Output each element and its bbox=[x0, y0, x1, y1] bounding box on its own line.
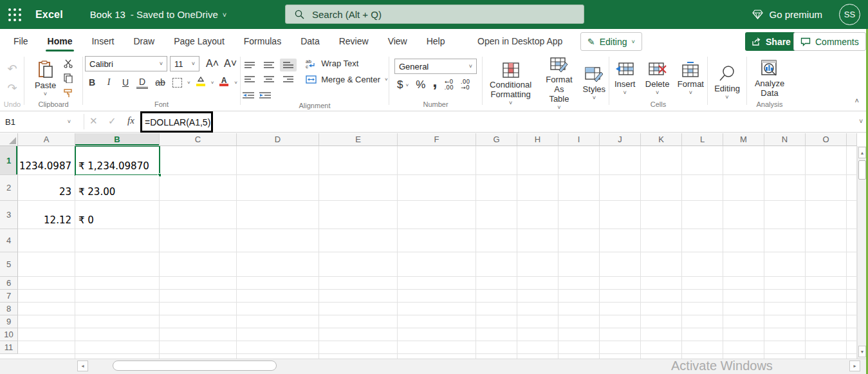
font-name-combo[interactable]: Calibri ˅ bbox=[85, 56, 167, 71]
tab-view[interactable]: View bbox=[378, 29, 417, 53]
open-in-desktop-button[interactable]: Open in Desktop App bbox=[477, 29, 562, 53]
scroll-left-button[interactable]: ◂ bbox=[77, 360, 88, 371]
styles-button[interactable]: Styles ˅ bbox=[582, 66, 607, 101]
col-header-N[interactable]: N bbox=[764, 133, 806, 146]
col-header-I[interactable]: I bbox=[559, 133, 600, 146]
col-header-A[interactable]: A bbox=[18, 133, 75, 146]
grow-font-icon[interactable]: A˄ bbox=[206, 58, 219, 70]
format-painter-button[interactable] bbox=[62, 88, 73, 98]
scroll-right-button[interactable]: ▸ bbox=[849, 360, 860, 371]
col-header-J[interactable]: J bbox=[600, 133, 641, 146]
col-header-M[interactable]: M bbox=[723, 133, 764, 146]
row-header-9[interactable]: 9 bbox=[0, 315, 18, 328]
comments-button[interactable]: Comments bbox=[793, 32, 866, 51]
vertical-scrollbar[interactable]: ▲ ▼ bbox=[857, 146, 866, 359]
go-premium-button[interactable]: Go premium bbox=[752, 9, 822, 20]
align-left-button[interactable] bbox=[241, 73, 258, 86]
name-box[interactable]: B1 ˅ bbox=[0, 111, 76, 132]
expand-formula-bar-icon[interactable]: ˅ bbox=[859, 118, 863, 125]
cell-B1[interactable]: ₹ 1,234.09870 bbox=[75, 146, 159, 174]
double-underline-button[interactable]: D bbox=[136, 77, 148, 89]
col-header-partial[interactable] bbox=[847, 133, 857, 146]
strikethrough-button[interactable]: ab bbox=[153, 77, 167, 88]
share-button[interactable]: Share bbox=[745, 32, 797, 51]
insert-cells-button[interactable]: Insert ˅ bbox=[611, 61, 638, 96]
currency-format-button[interactable]: $ bbox=[397, 79, 403, 91]
font-size-combo[interactable]: 11 ˅ bbox=[170, 56, 199, 71]
cell-A1[interactable]: 1234.0987 bbox=[18, 146, 75, 174]
chevron-down-icon[interactable]: ˅ bbox=[187, 80, 190, 86]
col-header-H[interactable]: H bbox=[517, 133, 559, 146]
cell-A2[interactable]: 23 bbox=[18, 175, 75, 200]
decrease-decimal-button[interactable]: .00 →0 bbox=[461, 79, 470, 91]
chevron-down-icon[interactable]: ˅ bbox=[405, 82, 409, 88]
col-header-G[interactable]: G bbox=[476, 133, 517, 146]
percent-format-button[interactable]: % bbox=[416, 79, 425, 91]
format-as-table-button[interactable]: Format As Table ˅ bbox=[540, 56, 577, 111]
tab-page-layout[interactable]: Page Layout bbox=[164, 29, 234, 53]
tab-help[interactable]: Help bbox=[417, 29, 455, 53]
editing-mode-dropdown[interactable]: ✎ Editing ˅ bbox=[580, 32, 642, 51]
vertical-scroll-thumb[interactable] bbox=[858, 160, 866, 180]
font-color-icon[interactable]: A bbox=[219, 76, 229, 89]
paste-button[interactable]: Paste ˅ bbox=[33, 59, 57, 97]
col-header-D[interactable]: D bbox=[237, 133, 319, 146]
chevron-down-icon[interactable]: ˅ bbox=[234, 80, 237, 86]
col-header-F[interactable]: F bbox=[398, 133, 476, 146]
row-header-2[interactable]: 2 bbox=[0, 175, 18, 201]
col-header-K[interactable]: K bbox=[641, 133, 682, 146]
scroll-down-button[interactable]: ▼ bbox=[858, 346, 866, 357]
bold-button[interactable]: B bbox=[86, 77, 98, 88]
col-header-E[interactable]: E bbox=[319, 133, 398, 146]
col-header-C[interactable]: C bbox=[160, 133, 237, 146]
increase-decimal-button[interactable]: ←0 .00 bbox=[445, 79, 454, 91]
cell-B3[interactable]: ₹ 0 bbox=[75, 201, 159, 229]
col-header-O[interactable]: O bbox=[806, 133, 847, 146]
tab-insert[interactable]: Insert bbox=[82, 29, 124, 53]
tab-home[interactable]: Home bbox=[38, 29, 82, 53]
scroll-up-button[interactable]: ▲ bbox=[858, 147, 866, 158]
cell-A3[interactable]: 12.12 bbox=[18, 201, 75, 229]
insert-function-icon[interactable]: fx bbox=[127, 115, 134, 126]
row-header-10[interactable]: 10 bbox=[0, 328, 18, 341]
horizontal-scroll-thumb[interactable] bbox=[113, 360, 277, 371]
redo-icon[interactable]: ↷ bbox=[7, 81, 17, 95]
grid-canvas[interactable]: 1234.0987₹ 1,234.0987023₹ 23.0012.12₹ 0 bbox=[18, 146, 857, 359]
row-header-11[interactable]: 11 bbox=[0, 341, 18, 354]
align-middle-button[interactable] bbox=[261, 59, 277, 71]
copy-button[interactable] bbox=[62, 73, 73, 84]
document-title[interactable]: Book 13 bbox=[90, 9, 125, 20]
col-header-B[interactable]: B bbox=[75, 133, 160, 146]
cut-button[interactable] bbox=[62, 59, 73, 69]
tab-file[interactable]: File bbox=[4, 29, 38, 53]
select-all-corner[interactable] bbox=[0, 133, 18, 146]
col-header-L[interactable]: L bbox=[682, 133, 723, 146]
app-launcher-waffle-icon[interactable] bbox=[0, 0, 29, 29]
confirm-entry-icon[interactable]: ✓ bbox=[108, 115, 116, 127]
align-top-button[interactable] bbox=[241, 59, 258, 71]
chevron-down-icon[interactable]: ˅ bbox=[211, 80, 214, 86]
borders-icon[interactable] bbox=[172, 78, 182, 88]
saved-status-chevron-icon[interactable]: ˅ bbox=[223, 11, 226, 19]
increase-indent-button[interactable] bbox=[259, 90, 271, 102]
fill-color-icon[interactable] bbox=[196, 76, 206, 89]
row-header-6[interactable]: 6 bbox=[0, 277, 18, 290]
saved-status[interactable]: - Saved to OneDrive bbox=[131, 9, 218, 20]
formula-input[interactable]: =DOLLAR(A1,5) bbox=[145, 117, 210, 127]
row-header-5[interactable]: 5 bbox=[0, 252, 18, 277]
shrink-font-icon[interactable]: A˅ bbox=[224, 58, 237, 70]
decrease-indent-button[interactable] bbox=[243, 90, 254, 102]
align-bottom-button[interactable] bbox=[280, 59, 297, 71]
search-input[interactable]: Search (Alt + Q) bbox=[285, 5, 584, 24]
tab-data[interactable]: Data bbox=[291, 29, 329, 53]
row-header-7[interactable]: 7 bbox=[0, 290, 18, 303]
row-header-8[interactable]: 8 bbox=[0, 303, 18, 315]
conditional-formatting-button[interactable]: Conditional Formatting ˅ bbox=[485, 61, 537, 106]
app-name[interactable]: Excel bbox=[35, 9, 63, 21]
cell-B2[interactable]: ₹ 23.00 bbox=[75, 175, 159, 200]
underline-button[interactable]: U bbox=[120, 77, 131, 88]
comma-format-button[interactable]: , bbox=[432, 78, 437, 84]
analyze-data-button[interactable]: Analyze Data bbox=[753, 59, 786, 98]
align-center-button[interactable] bbox=[261, 73, 277, 86]
collapse-ribbon-icon[interactable]: ˄ bbox=[855, 97, 859, 104]
